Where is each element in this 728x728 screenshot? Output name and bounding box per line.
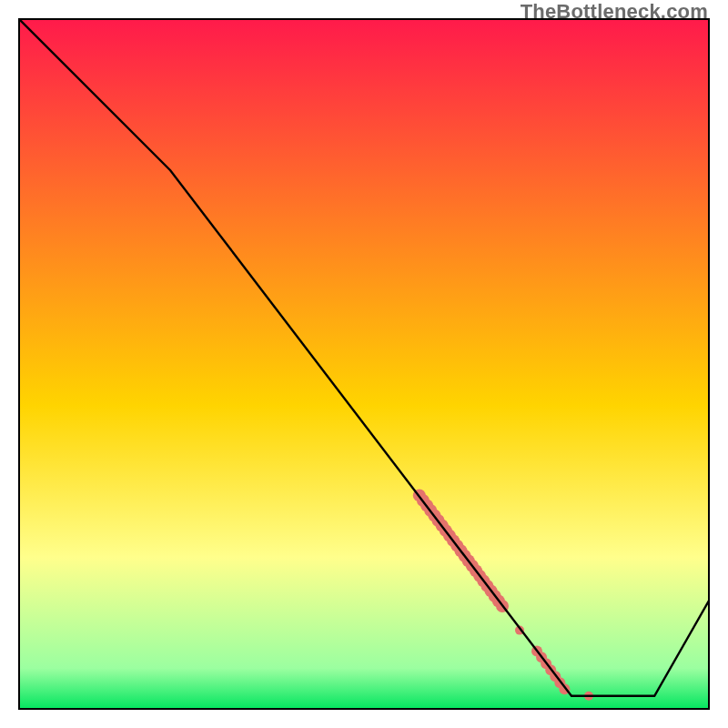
plot-svg <box>18 18 710 710</box>
plot-area <box>18 18 710 710</box>
chart-container: TheBottleneck.com <box>0 0 728 728</box>
